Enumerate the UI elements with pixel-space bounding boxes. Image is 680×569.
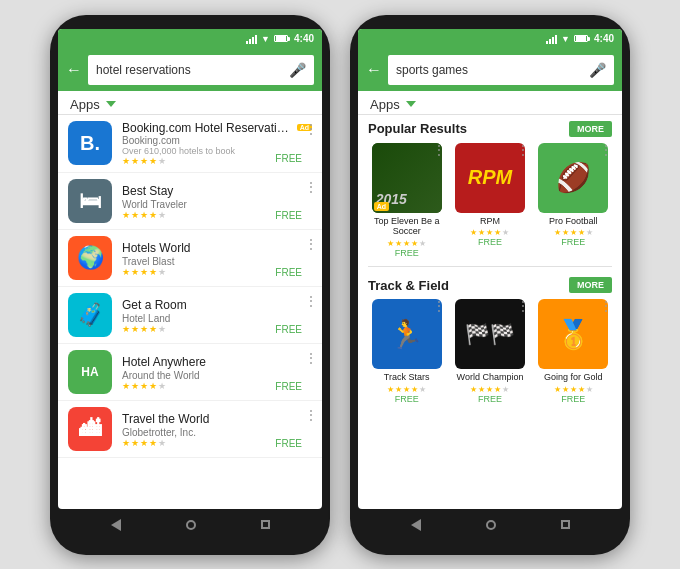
signal-bar-2 — [249, 39, 251, 44]
signal-bar-4 — [255, 35, 257, 44]
popular-more-button[interactable]: MORE — [569, 121, 612, 137]
travelworld-developer: Globetrotter, Inc. — [122, 427, 312, 438]
gold-stars: ★★★★★ — [554, 385, 593, 394]
list-item[interactable]: 🏈 Pro Football ★★★★★ FREE ⋮ — [535, 143, 612, 259]
home-nav-2[interactable] — [486, 520, 496, 530]
track-header: Track & Field MORE — [368, 277, 612, 293]
worldchamp-price: FREE — [478, 394, 502, 404]
nav-bar-2 — [358, 509, 622, 541]
signal-bars-2 — [546, 34, 557, 44]
getroom-app-icon: 🧳 — [68, 293, 112, 337]
mic-icon-2[interactable]: 🎤 — [589, 62, 606, 78]
search-input-2[interactable]: sports games 🎤 — [388, 55, 614, 85]
apps-section-header-2: Apps — [358, 91, 622, 115]
gold-more-icon[interactable]: ⋮ — [600, 299, 612, 313]
list-item[interactable]: 🥇 Going for Gold ★★★★★ FREE ⋮ — [535, 299, 612, 404]
worldchamp-stars: ★★★★★ — [470, 385, 509, 394]
battery-icon-2 — [574, 35, 588, 42]
gold-app-icon: 🥇 — [538, 299, 608, 369]
status-icons-2: ▼ — [546, 34, 588, 44]
more-icon[interactable]: ⋮ — [304, 293, 318, 309]
booking-app-icon: B. — [68, 121, 112, 165]
soccer-app-name: Top Eleven Be a Soccer — [372, 216, 442, 238]
back-nav-2[interactable] — [411, 519, 421, 531]
popular-header: Popular Results MORE — [368, 121, 612, 137]
more-icon[interactable]: ⋮ — [304, 121, 318, 137]
getroom-app-name: Get a Room — [122, 298, 187, 312]
track-more-button[interactable]: MORE — [569, 277, 612, 293]
rpm-more-icon[interactable]: ⋮ — [517, 143, 529, 157]
section-divider — [368, 266, 612, 267]
rpm-app-icon: RPM — [455, 143, 525, 213]
booking-price: FREE — [275, 153, 302, 164]
search-query-1: hotel reservations — [96, 63, 191, 77]
list-item[interactable]: 🏙 Travel the World Globetrotter, Inc. ★★… — [58, 401, 322, 458]
back-nav-1[interactable] — [111, 519, 121, 531]
rpm-stars: ★★★★★ — [470, 228, 509, 237]
battery-fill-2 — [576, 36, 586, 41]
rpm-app-name: RPM — [480, 216, 500, 227]
list-item[interactable]: 2015 Ad Top Eleven Be a Soccer ★★★★★ FRE… — [368, 143, 445, 259]
signal-bar-3 — [252, 37, 254, 44]
more-icon[interactable]: ⋮ — [304, 236, 318, 252]
list-item[interactable]: 🛏 Best Stay World Traveler ★★★★★ FREE ⋮ — [58, 173, 322, 230]
popular-title: Popular Results — [368, 121, 467, 136]
hotelsworld-price: FREE — [275, 267, 302, 278]
hotelanywhere-app-name: Hotel Anywhere — [122, 355, 206, 369]
apps-section-header-1: Apps — [58, 91, 322, 115]
wifi-icon-2: ▼ — [561, 34, 570, 44]
hotelanywhere-developer: Around the World — [122, 370, 312, 381]
trackstars-more-icon[interactable]: ⋮ — [433, 299, 445, 313]
travelworld-price: FREE — [275, 438, 302, 449]
status-icons-1: ▼ — [246, 34, 288, 44]
football-app-icon: 🏈 — [538, 143, 608, 213]
home-nav-1[interactable] — [186, 520, 196, 530]
list-item[interactable]: 🌍 Hotels World Travel Blast ★★★★★ FREE ⋮ — [58, 230, 322, 287]
list-item[interactable]: HA Hotel Anywhere Around the World ★★★★★… — [58, 344, 322, 401]
status-time-2: 4:40 — [594, 33, 614, 44]
battery-icon — [274, 35, 288, 42]
back-button-1[interactable]: ← — [66, 61, 82, 79]
trackstars-app-icon: 🏃 — [372, 299, 442, 369]
search-input-1[interactable]: hotel reservations 🎤 — [88, 55, 314, 85]
more-icon[interactable]: ⋮ — [304, 179, 318, 195]
phone-1: ▼ 4:40 ← hotel reservations 🎤 Apps — [50, 15, 330, 555]
more-icon[interactable]: ⋮ — [304, 350, 318, 366]
signal-bars — [246, 34, 257, 44]
battery-tip — [288, 37, 290, 41]
hotelsworld-app-name: Hotels World — [122, 241, 190, 255]
battery-tip-2 — [588, 37, 590, 41]
hotelsworld-developer: Travel Blast — [122, 256, 312, 267]
list-item[interactable]: B. Booking.com Hotel Reservations Ad Boo… — [58, 115, 322, 173]
hotelanywhere-app-icon: HA — [68, 350, 112, 394]
signal-bar-1 — [246, 41, 248, 44]
signal-bar-2 — [549, 39, 551, 44]
travelworld-app-name: Travel the World — [122, 412, 209, 426]
list-item[interactable]: 🧳 Get a Room Hotel Land ★★★★★ FREE ⋮ — [58, 287, 322, 344]
gold-app-name: Going for Gold — [544, 372, 603, 383]
football-stars: ★★★★★ — [554, 228, 593, 237]
signal-bar-4 — [555, 35, 557, 44]
list-item[interactable]: 🏃 Track Stars ★★★★★ FREE ⋮ — [368, 299, 445, 404]
worldchamp-app-icon: 🏁🏁 — [455, 299, 525, 369]
booking-developer: Booking.com — [122, 135, 312, 146]
list-item[interactable]: 🏁🏁 World Champion ★★★★★ FREE ⋮ — [451, 299, 528, 404]
list-item[interactable]: RPM RPM ★★★★★ FREE ⋮ — [451, 143, 528, 259]
football-more-icon[interactable]: ⋮ — [600, 143, 612, 157]
soccer-more-icon[interactable]: ⋮ — [433, 143, 445, 157]
sort-triangle-1[interactable] — [106, 101, 116, 107]
recents-nav-1[interactable] — [261, 520, 270, 529]
soccer-price: FREE — [395, 248, 419, 258]
back-button-2[interactable]: ← — [366, 61, 382, 79]
trackstars-price: FREE — [395, 394, 419, 404]
mic-icon-1[interactable]: 🎤 — [289, 62, 306, 78]
football-app-name: Pro Football — [549, 216, 598, 227]
soccer-app-icon: 2015 Ad — [372, 143, 442, 213]
worldchamp-more-icon[interactable]: ⋮ — [517, 299, 529, 313]
getroom-price: FREE — [275, 324, 302, 335]
recents-nav-2[interactable] — [561, 520, 570, 529]
more-icon[interactable]: ⋮ — [304, 407, 318, 423]
sort-triangle-2[interactable] — [406, 101, 416, 107]
status-bar-2: ▼ 4:40 — [358, 29, 622, 49]
phone-2-screen: ▼ 4:40 ← sports games 🎤 Apps Popul — [358, 29, 622, 509]
